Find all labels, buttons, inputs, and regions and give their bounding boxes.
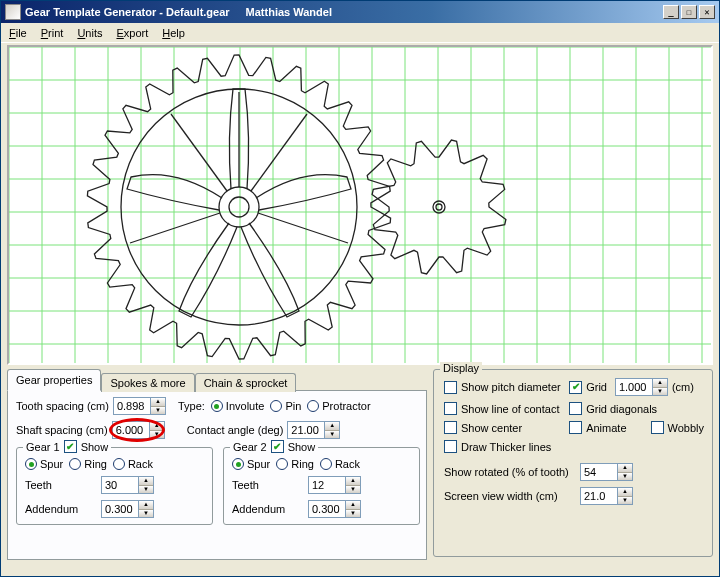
- contact-angle-spinner[interactable]: ▲▼: [287, 421, 340, 439]
- wobbly-checkbox[interactable]: Wobbly: [651, 421, 704, 434]
- down-arrow-icon[interactable]: ▼: [151, 407, 165, 415]
- tooth-spacing-input[interactable]: [114, 398, 150, 414]
- gear1-legend: Gear 1: [26, 441, 60, 453]
- menu-bar: File Print Units Export Help: [1, 23, 719, 43]
- close-icon: ✕: [704, 7, 709, 17]
- gear1-teeth-label: Teeth: [25, 479, 97, 491]
- grid-spinner[interactable]: ▲▼: [615, 378, 668, 396]
- rotated-label: Show rotated (% of tooth): [444, 466, 576, 478]
- gear1-spur-radio[interactable]: Spur: [25, 458, 63, 470]
- contact-angle-label: Contact angle (deg): [187, 424, 284, 436]
- gear1-group: Gear 1 ✔Show Spur Ring Rack Teeth: [16, 447, 213, 525]
- tab-chain-sprocket[interactable]: Chain & sprocket: [195, 373, 297, 392]
- tooth-spacing-spinner[interactable]: ▲▼: [113, 397, 166, 415]
- shaft-spacing-label: Shaft spacing (cm): [16, 424, 108, 436]
- menu-help[interactable]: Help: [162, 27, 185, 39]
- gear2-legend: Gear 2: [233, 441, 267, 453]
- show-center-checkbox[interactable]: Show center: [444, 421, 561, 434]
- window-title: Gear Template Generator - Default.gear: [25, 6, 230, 18]
- up-arrow-icon[interactable]: ▲: [150, 422, 164, 431]
- gear1-ring-radio[interactable]: Ring: [69, 458, 107, 470]
- gear-preview-svg: [9, 47, 711, 363]
- viewwidth-input[interactable]: [581, 488, 617, 504]
- title-bar: Gear Template Generator - Default.gear M…: [1, 1, 719, 23]
- gear2-spur-radio[interactable]: Spur: [232, 458, 270, 470]
- viewwidth-spinner[interactable]: ▲▼: [580, 487, 633, 505]
- type-label: Type:: [178, 400, 205, 412]
- grid-diagonals-checkbox[interactable]: Grid diagonals: [569, 402, 704, 415]
- gear2-rack-radio[interactable]: Rack: [320, 458, 360, 470]
- gear2-teeth-spinner[interactable]: ▲▼: [308, 476, 361, 494]
- show-pitch-checkbox[interactable]: Show pitch diameter: [444, 381, 561, 394]
- tab-gear-properties[interactable]: Gear properties: [7, 369, 101, 391]
- bottom-panel: Gear properties Spokes & more Chain & sp…: [1, 369, 719, 566]
- grid-value-input[interactable]: [616, 379, 652, 395]
- menu-units[interactable]: Units: [77, 27, 102, 39]
- type-pin-radio[interactable]: Pin: [270, 400, 301, 412]
- gear2-teeth-input[interactable]: [309, 477, 345, 493]
- gear2-addendum-label: Addendum: [232, 503, 304, 515]
- gear1-teeth-spinner[interactable]: ▲▼: [101, 476, 154, 494]
- gear1-teeth-input[interactable]: [102, 477, 138, 493]
- app-icon: [5, 4, 21, 20]
- menu-export[interactable]: Export: [116, 27, 148, 39]
- gear2-group: Gear 2 ✔Show Spur Ring Rack Teeth: [223, 447, 420, 525]
- svg-rect-0: [9, 47, 711, 363]
- animate-checkbox[interactable]: Animate: [569, 421, 626, 434]
- gear2-addendum-spinner[interactable]: ▲▼: [308, 500, 361, 518]
- gear-canvas: [7, 45, 713, 365]
- contact-angle-input[interactable]: [288, 422, 324, 438]
- up-arrow-icon[interactable]: ▲: [325, 422, 339, 431]
- shaft-spacing-input[interactable]: [113, 422, 149, 438]
- shaft-spacing-spinner[interactable]: ▲▼: [112, 421, 165, 439]
- menu-file[interactable]: File: [9, 27, 27, 39]
- gear2-ring-radio[interactable]: Ring: [276, 458, 314, 470]
- tab-spokes-more[interactable]: Spokes & more: [101, 373, 194, 392]
- gear1-show-checkbox[interactable]: ✔Show: [64, 440, 109, 453]
- maximize-button[interactable]: ☐: [681, 5, 697, 19]
- window-author: Matthias Wandel: [246, 6, 332, 18]
- maximize-icon: ☐: [686, 7, 691, 17]
- display-legend: Display: [440, 362, 482, 374]
- gear2-teeth-label: Teeth: [232, 479, 304, 491]
- gear2-show-checkbox[interactable]: ✔Show: [271, 440, 316, 453]
- down-arrow-icon[interactable]: ▼: [150, 431, 164, 439]
- gear1-addendum-label: Addendum: [25, 503, 97, 515]
- rotated-spinner[interactable]: ▲▼: [580, 463, 633, 481]
- menu-print[interactable]: Print: [41, 27, 64, 39]
- display-group: Display Show pitch diameter ✔Grid ▲▼ (cm…: [433, 369, 713, 557]
- viewwidth-label: Screen view width (cm): [444, 490, 576, 502]
- thicker-lines-checkbox[interactable]: Draw Thicker lines: [444, 440, 704, 453]
- grid-unit-label: (cm): [672, 381, 694, 393]
- grid-checkbox[interactable]: ✔Grid: [569, 381, 607, 394]
- gear2-addendum-input[interactable]: [309, 501, 345, 517]
- down-arrow-icon[interactable]: ▼: [325, 431, 339, 439]
- tab-strip: Gear properties Spokes & more Chain & sp…: [7, 369, 427, 391]
- tooth-spacing-label: Tooth spacing (cm): [16, 400, 109, 412]
- gear1-rack-radio[interactable]: Rack: [113, 458, 153, 470]
- show-contact-checkbox[interactable]: Show line of contact: [444, 402, 561, 415]
- minimize-button[interactable]: _: [663, 5, 679, 19]
- gear-properties-panel: Tooth spacing (cm) ▲▼ Type: Involute Pin…: [7, 390, 427, 560]
- app-window: Gear Template Generator - Default.gear M…: [0, 0, 720, 577]
- up-arrow-icon[interactable]: ▲: [151, 398, 165, 407]
- minimize-icon: _: [668, 7, 673, 17]
- close-button[interactable]: ✕: [699, 5, 715, 19]
- type-involute-radio[interactable]: Involute: [211, 400, 265, 412]
- rotated-input[interactable]: [581, 464, 617, 480]
- type-protractor-radio[interactable]: Protractor: [307, 400, 370, 412]
- gear1-addendum-input[interactable]: [102, 501, 138, 517]
- gear1-addendum-spinner[interactable]: ▲▼: [101, 500, 154, 518]
